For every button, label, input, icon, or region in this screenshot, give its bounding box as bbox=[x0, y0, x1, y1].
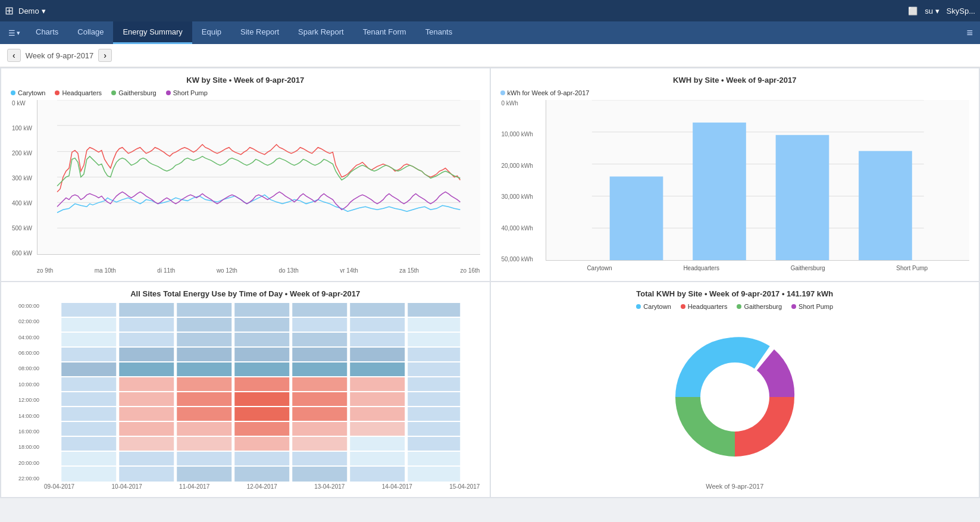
donut-legend-gaithersburg: Gaithersburg bbox=[737, 303, 782, 310]
svg-rect-22 bbox=[61, 318, 116, 332]
kw-x-axis: zo 9th ma 10th di 11th wo 12th do 13th v… bbox=[37, 267, 480, 274]
legend-gaithersburg: Gaithersburg bbox=[111, 89, 156, 96]
nav-equip[interactable]: Equip bbox=[192, 21, 231, 44]
svg-rect-14 bbox=[859, 151, 912, 260]
svg-rect-77 bbox=[408, 422, 460, 436]
svg-rect-20 bbox=[350, 303, 405, 317]
svg-rect-65 bbox=[119, 407, 174, 421]
user-dropdown-icon: ▾ bbox=[935, 7, 940, 15]
svg-rect-47 bbox=[292, 362, 347, 376]
heatmap-svg bbox=[42, 303, 480, 482]
svg-rect-23 bbox=[119, 318, 174, 332]
svg-rect-16 bbox=[119, 303, 174, 317]
svg-rect-18 bbox=[234, 303, 289, 317]
donut-dot-gaithersburg bbox=[737, 304, 741, 309]
kwh-legend: kWh for Week of 9-apr-2017 bbox=[500, 89, 970, 96]
svg-rect-53 bbox=[234, 377, 289, 391]
svg-rect-48 bbox=[350, 362, 405, 376]
kwh-legend-item: kWh for Week of 9-apr-2017 bbox=[500, 89, 590, 96]
svg-rect-94 bbox=[177, 467, 231, 482]
svg-rect-71 bbox=[61, 422, 116, 436]
svg-rect-75 bbox=[292, 422, 347, 436]
donut-label-gaithersburg: Gaithersburg bbox=[744, 303, 782, 310]
topbar-icon1[interactable]: ⬜ bbox=[908, 7, 918, 15]
next-week-button[interactable]: › bbox=[98, 49, 112, 62]
svg-rect-24 bbox=[177, 318, 231, 332]
legend-hq-dot bbox=[55, 90, 60, 95]
legend-hq-label: Headquarters bbox=[62, 89, 102, 96]
svg-rect-52 bbox=[177, 377, 231, 391]
kwh-y-axis: 50,000 kWh 40,000 kWh 30,000 kWh 20,000 … bbox=[502, 100, 533, 262]
user-avatar[interactable]: su ▾ bbox=[925, 7, 939, 15]
svg-rect-84 bbox=[408, 437, 460, 451]
donut-subtitle: Week of 9-apr-2017 bbox=[706, 483, 763, 490]
svg-rect-78 bbox=[61, 437, 116, 451]
kwh-legend-label: kWh for Week of 9-apr-2017 bbox=[508, 89, 590, 96]
svg-rect-56 bbox=[408, 377, 460, 391]
svg-rect-74 bbox=[234, 422, 289, 436]
svg-rect-67 bbox=[234, 407, 289, 421]
svg-rect-21 bbox=[408, 303, 460, 317]
dashboard-grid: KW by Site • Week of 9-apr-2017 Carytown… bbox=[0, 67, 980, 498]
svg-rect-81 bbox=[234, 437, 289, 451]
kw-by-site-card: KW by Site • Week of 9-apr-2017 Carytown… bbox=[1, 68, 490, 281]
hamburger-menu[interactable]: ☰ ▾ bbox=[2, 21, 26, 44]
nav-tenant-form[interactable]: Tenant Form bbox=[353, 21, 416, 44]
donut-dot-short-pump bbox=[791, 304, 796, 309]
svg-rect-26 bbox=[292, 318, 347, 332]
svg-rect-70 bbox=[408, 407, 460, 421]
svg-rect-15 bbox=[61, 303, 116, 317]
prev-week-button[interactable]: ‹ bbox=[7, 49, 21, 62]
kwh-bar-chart-svg bbox=[546, 100, 970, 261]
svg-rect-57 bbox=[61, 392, 116, 406]
kw-chart-title: KW by Site • Week of 9-apr-2017 bbox=[11, 76, 480, 85]
svg-rect-88 bbox=[234, 452, 289, 465]
svg-rect-45 bbox=[177, 362, 231, 376]
svg-rect-68 bbox=[292, 407, 347, 421]
svg-rect-33 bbox=[292, 333, 347, 346]
svg-rect-17 bbox=[177, 303, 231, 317]
nav-charts[interactable]: Charts bbox=[26, 21, 68, 44]
app-dropdown-icon: ▾ bbox=[42, 7, 46, 15]
nav-collage[interactable]: Collage bbox=[68, 21, 113, 44]
nav-energy-summary[interactable]: Energy Summary bbox=[113, 21, 192, 44]
app-name[interactable]: Demo ▾ bbox=[18, 7, 46, 15]
legend-gaithersburg-dot bbox=[111, 90, 116, 95]
donut-legend: Carytown Headquarters Gaithersburg Short… bbox=[636, 303, 833, 310]
svg-rect-39 bbox=[234, 348, 289, 361]
nav-site-report[interactable]: Site Report bbox=[231, 21, 289, 44]
donut-title: Total KWH by Site • Week of 9-apr-2017 •… bbox=[636, 289, 833, 298]
app-name-label: Demo bbox=[18, 7, 39, 15]
kwh-by-site-card: KWH by Site • Week of 9-apr-2017 kWh for… bbox=[491, 68, 979, 281]
svg-rect-46 bbox=[234, 362, 289, 376]
heatmap-grid-container bbox=[42, 303, 480, 482]
hamburger-icon: ☰ bbox=[8, 29, 15, 37]
svg-rect-13 bbox=[775, 135, 829, 260]
kw-y-axis: 600 kW 500 kW 400 kW 300 kW 200 kW 100 k… bbox=[12, 100, 32, 257]
svg-rect-73 bbox=[177, 422, 231, 436]
heatmap-y-labels: 00:00:00 02:00:00 04:00:00 06:00:00 08:0… bbox=[11, 303, 42, 482]
legend-carytown-label: Carytown bbox=[18, 89, 45, 96]
svg-rect-72 bbox=[119, 422, 174, 436]
svg-rect-86 bbox=[119, 452, 174, 465]
svg-rect-49 bbox=[408, 362, 460, 376]
legend-short-pump-dot bbox=[166, 90, 171, 95]
svg-rect-90 bbox=[350, 452, 405, 465]
svg-rect-55 bbox=[350, 377, 405, 391]
app-logo-icon: ⊞ bbox=[5, 4, 14, 17]
nav-spark-report[interactable]: Spark Report bbox=[289, 21, 353, 44]
svg-rect-80 bbox=[177, 437, 231, 451]
svg-rect-41 bbox=[350, 348, 405, 361]
svg-rect-51 bbox=[119, 377, 174, 391]
navbar-menu-icon[interactable]: ≡ bbox=[966, 27, 973, 39]
svg-rect-97 bbox=[350, 467, 405, 482]
user-initials: su bbox=[925, 7, 933, 15]
svg-rect-11 bbox=[609, 177, 663, 260]
svg-rect-31 bbox=[177, 333, 231, 346]
donut-label-carytown: Carytown bbox=[643, 303, 671, 310]
nav-tenants[interactable]: Tenants bbox=[416, 21, 462, 44]
svg-rect-42 bbox=[408, 348, 460, 361]
legend-short-pump: Short Pump bbox=[166, 89, 208, 96]
svg-rect-50 bbox=[61, 377, 116, 391]
svg-rect-28 bbox=[408, 318, 460, 332]
